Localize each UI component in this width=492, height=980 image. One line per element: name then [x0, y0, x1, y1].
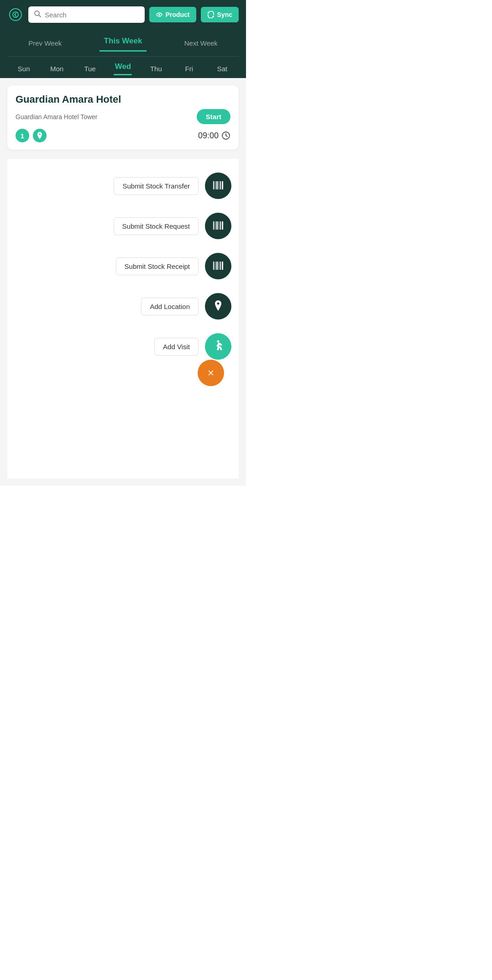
hotel-name: Guardian Amara Hotel — [16, 94, 230, 105]
walk-icon — [213, 340, 223, 353]
day-wed[interactable]: Wed — [112, 60, 134, 73]
day-thu[interactable]: Thu — [145, 63, 167, 74]
submit-stock-transfer-scan-button[interactable] — [205, 173, 231, 199]
submit-stock-request-scan-button[interactable] — [205, 213, 231, 239]
submit-stock-request-button[interactable]: Submit Stock Request — [114, 217, 199, 235]
svg-point-3 — [158, 14, 160, 16]
svg-rect-24 — [216, 262, 218, 270]
hotel-location-pin[interactable] — [33, 129, 47, 142]
add-location-button[interactable]: Add Location — [141, 298, 199, 315]
hotel-sub-row: Guardian Amara Hotel Tower Start — [16, 109, 230, 124]
svg-rect-25 — [219, 262, 219, 270]
day-fri[interactable]: Fri — [178, 63, 200, 74]
svg-rect-10 — [215, 181, 215, 189]
back-button[interactable] — [7, 6, 24, 23]
svg-rect-9 — [213, 181, 214, 189]
svg-rect-21 — [222, 221, 223, 230]
svg-rect-20 — [220, 221, 221, 230]
svg-rect-22 — [213, 262, 214, 270]
day-active-indicator — [114, 74, 132, 75]
svg-line-2 — [39, 15, 41, 17]
svg-point-28 — [217, 340, 220, 342]
location-pin-icon — [213, 300, 224, 313]
this-week-button[interactable]: This Week — [99, 35, 147, 52]
svg-rect-27 — [222, 262, 223, 270]
action-row-transfer: Submit Stock Transfer — [15, 173, 231, 199]
action-row-receipt: Submit Stock Receipt — [15, 253, 231, 279]
submit-stock-transfer-button[interactable]: Submit Stock Transfer — [114, 177, 199, 195]
product-button[interactable]: Product — [149, 7, 196, 22]
hotel-badge-number: 1 — [16, 129, 29, 142]
svg-line-8 — [226, 136, 227, 136]
back-icon — [9, 8, 22, 21]
hotel-time: 09:00 — [198, 131, 230, 141]
svg-rect-18 — [216, 221, 218, 230]
add-visit-button[interactable]: Add Visit — [154, 338, 199, 356]
sync-button[interactable]: Sync — [201, 7, 239, 22]
search-icon — [34, 10, 41, 19]
day-tue[interactable]: Tue — [79, 63, 101, 74]
day-sun[interactable]: Sun — [12, 63, 35, 74]
svg-rect-11 — [216, 181, 218, 189]
svg-rect-17 — [215, 221, 215, 230]
svg-rect-26 — [220, 262, 221, 270]
day-wed-container: Wed — [111, 62, 134, 75]
svg-rect-13 — [220, 181, 221, 189]
main-content: Guardian Amara Hotel Guardian Amara Hote… — [0, 78, 246, 486]
prev-week-button[interactable]: Prev Week — [24, 37, 66, 49]
submit-stock-receipt-button[interactable]: Submit Stock Receipt — [116, 257, 199, 275]
header-top: Product Sync — [7, 6, 239, 29]
barcode-icon-transfer — [212, 179, 224, 193]
action-row-request: Submit Stock Request — [15, 213, 231, 239]
hotel-badges: 1 — [16, 129, 47, 142]
search-input[interactable] — [45, 11, 139, 19]
submit-stock-receipt-scan-button[interactable] — [205, 253, 231, 279]
svg-rect-16 — [213, 221, 214, 230]
svg-rect-19 — [219, 221, 219, 230]
svg-point-0 — [13, 12, 18, 17]
hotel-card: Guardian Amara Hotel Guardian Amara Hote… — [7, 85, 239, 150]
actions-area: Submit Stock Transfer — [7, 159, 239, 478]
fab-close-button[interactable]: × — [198, 360, 224, 386]
week-navigation: Prev Week This Week Next Week — [7, 29, 239, 57]
clock-icon — [221, 131, 230, 140]
hotel-footer: 1 09:00 — [16, 129, 230, 142]
close-icon: × — [208, 367, 214, 378]
days-row: Sun Mon Tue Wed Thu Fri Sat — [7, 57, 239, 78]
svg-rect-23 — [215, 262, 215, 270]
add-visit-walk-button[interactable] — [205, 333, 231, 360]
svg-rect-12 — [219, 181, 219, 189]
barcode-icon-request — [212, 220, 224, 233]
search-box[interactable] — [28, 6, 145, 23]
start-button[interactable]: Start — [197, 109, 230, 124]
day-mon[interactable]: Mon — [46, 63, 68, 74]
hotel-address: Guardian Amara Hotel Tower — [16, 113, 98, 121]
header: Product Sync Prev Week This Week Next We… — [0, 0, 246, 78]
next-week-button[interactable]: Next Week — [180, 37, 222, 49]
action-row-location: Add Location — [15, 293, 231, 320]
action-row-visit: Add Visit — [15, 333, 231, 360]
app-container: Product Sync Prev Week This Week Next We… — [0, 0, 246, 486]
barcode-icon-receipt — [212, 260, 224, 273]
svg-rect-14 — [222, 181, 223, 189]
add-location-pin-button[interactable] — [205, 293, 231, 320]
day-sat[interactable]: Sat — [211, 63, 234, 74]
